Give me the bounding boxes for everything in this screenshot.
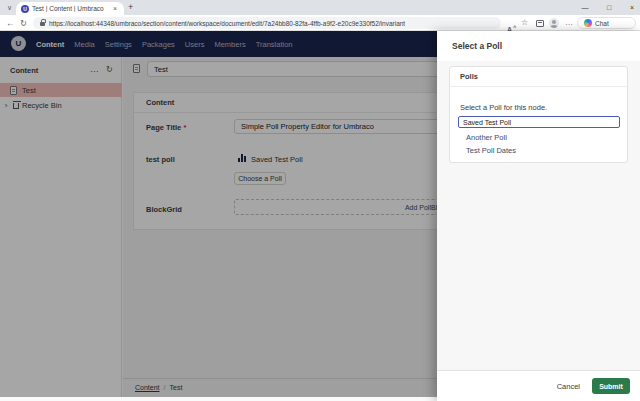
- new-tab-button[interactable]: +: [128, 2, 133, 12]
- lock-icon: [40, 22, 45, 26]
- polls-card: Polls Select a Poll for this node. Anoth…: [449, 66, 628, 163]
- tab-close-icon[interactable]: ×: [113, 5, 117, 12]
- chevron-down-icon: ∨: [7, 4, 12, 12]
- collections-icon[interactable]: [536, 20, 544, 27]
- modal-title: Select a Poll: [452, 41, 502, 51]
- browser-address-bar: ← ↻ https://localhost:44348/umbraco/sect…: [0, 15, 640, 31]
- submit-button[interactable]: Submit: [592, 378, 630, 394]
- chat-button[interactable]: Chat: [577, 17, 636, 29]
- poll-option-another-poll[interactable]: Another Poll: [466, 133, 507, 142]
- poll-option-test-poll-dates[interactable]: Test Poll Dates: [466, 146, 516, 155]
- polls-description: Select a Poll for this node.: [460, 103, 547, 112]
- browser-tab-strip: ∨ U Test | Content | Umbraco × + — □ ×: [0, 0, 640, 15]
- browser-menu-icon[interactable]: …: [565, 18, 573, 27]
- tab-search-button[interactable]: ∨: [4, 2, 15, 13]
- refresh-icon[interactable]: ↻: [20, 18, 27, 28]
- tab-title: Test | Content | Umbraco: [32, 5, 110, 12]
- favorite-star-icon[interactable]: ☆: [521, 18, 528, 27]
- url-text: https://localhost:44348/umbraco/section/…: [49, 20, 405, 27]
- modal-backdrop[interactable]: [0, 31, 437, 397]
- modal-header: Select a Poll: [437, 31, 640, 61]
- back-icon[interactable]: ←: [6, 18, 15, 28]
- url-bar[interactable]: https://localhost:44348/umbraco/section/…: [33, 17, 501, 29]
- cancel-button[interactable]: Cancel: [557, 382, 580, 391]
- browser-tab[interactable]: U Test | Content | Umbraco ×: [16, 2, 124, 15]
- window-minimize-button[interactable]: —: [578, 1, 592, 13]
- window-close-button[interactable]: ×: [625, 1, 639, 13]
- umbraco-favicon-icon: U: [21, 5, 29, 13]
- copilot-icon: [584, 19, 592, 27]
- chat-label: Chat: [595, 20, 609, 27]
- browser-window: ∨ U Test | Content | Umbraco × + — □ × ←…: [0, 0, 640, 401]
- polls-card-title: Polls: [450, 67, 627, 87]
- select-poll-modal: Select a Poll Polls Select a Poll for th…: [437, 31, 640, 401]
- poll-search-input[interactable]: [458, 116, 620, 128]
- window-maximize-button[interactable]: □: [602, 1, 616, 13]
- modal-footer: Cancel Submit: [437, 370, 640, 401]
- profile-avatar[interactable]: [549, 18, 559, 28]
